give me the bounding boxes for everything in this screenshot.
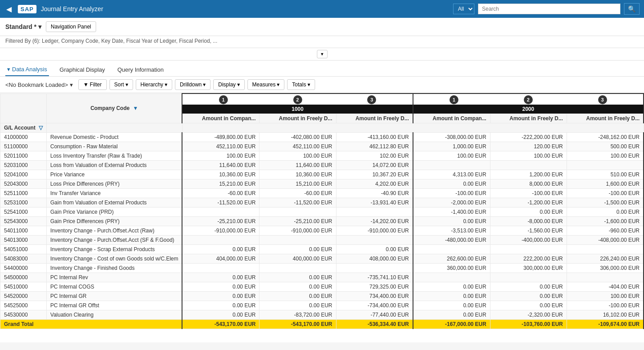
collapse-button[interactable]: ▾ [317,50,328,58]
toolbar: Standard * ▾ Navigation Panel [0,18,644,36]
cell-amount: 0.00 EUR [490,208,567,217]
cell-company: Price Variance [47,170,182,179]
cell-amount: -11,520.00 EUR [259,198,336,208]
group-2000-indicators: 1 2 3 [413,94,644,105]
search-input[interactable] [478,4,620,14]
table-row: 52511000Inv Transfer Variance-60.00 EUR-… [0,189,644,198]
cell-amount: 0.00 EUR [259,273,336,282]
table-row: 52043000Loss Price Differences (PRY)15,2… [0,179,644,189]
drilldown-button[interactable]: Drilldown ▾ [175,79,211,90]
cell-amount: 0.00 EUR [490,282,567,292]
cell-amount: -248,162.00 EUR [567,133,644,142]
cell-gl: 52041000 [0,170,47,179]
group-header-2000: 2000 [413,105,644,114]
cell-amount [490,245,567,254]
cell-amount: -100.00 EUR [567,189,644,198]
back-button[interactable]: ◀ [4,3,13,15]
cell-amount: 100.00 EUR [490,151,567,161]
sort-chevron-icon: ▾ [126,81,128,88]
data-table-container[interactable]: Company Code ▼ 1 2 3 1 2 3 [0,93,644,342]
tab-data-analysis[interactable]: ▾ Data Analysis [5,63,49,76]
table-row: 52011000Loss Inventory Transfer (Raw & T… [0,151,644,161]
view-name-label[interactable]: Standard * ▾ [5,23,41,30]
cell-amount: -489,800.00 EUR [182,133,259,142]
cell-amount: 0.00 EUR [182,292,259,301]
cell-amount [336,208,413,217]
cell-company: Valuation Clearing [47,310,182,320]
grand-total-amount: -543,170.00 EUR [182,320,259,329]
cell-amount: 0.00 EUR [182,282,259,292]
hierarchy-chevron-icon: ▾ [165,81,167,88]
cell-amount: -413,160.00 EUR [336,133,413,142]
header-bar: ◀ SAP Journal Entry Analyzer All 🔍 [0,0,644,18]
cell-amount: 100.00 EUR [259,151,336,161]
cell-amount: 120.00 EUR [490,142,567,151]
cell-amount: -308,000.00 EUR [413,133,490,142]
col-header-company-code: Company Code ▼ [47,94,182,123]
cell-amount: 0.00 EUR [259,282,336,292]
cell-amount: 0.00 EUR [490,301,567,310]
cell-amount: -960.00 EUR [567,226,644,236]
cell-amount: 734,400.00 EUR [336,292,413,301]
bookmark-selector[interactable]: <No Bookmark Loaded> ▾ [5,81,73,88]
totals-button[interactable]: Totals ▾ [287,79,315,90]
cell-gl: 54510000 [0,282,47,292]
cell-amount: 0.00 EUR [259,245,336,254]
table-row: 54500000PC Internal Rev0.00 EUR0.00 EUR-… [0,273,644,282]
cell-amount: 0.00 EUR [182,310,259,320]
cell-amount [259,264,336,273]
cell-amount: 14,072.00 EUR [336,161,413,170]
search-scope-select[interactable]: All [453,4,474,14]
table-row: 52531000Gain from Valuation of External … [0,198,644,208]
cell-amount: 0.00 EUR [413,282,490,292]
hierarchy-button[interactable]: Hierarchy ▾ [136,79,172,90]
cell-amount: -100.00 EUR [490,189,567,198]
cell-amount: 10,367.20 EUR [336,170,413,179]
cell-amount: 462,112.80 EUR [336,142,413,151]
grand-total-amount: -167,000.00 EUR [413,320,490,329]
cell-amount: 0.00 EUR [567,208,644,217]
cell-gl: 54400000 [0,264,47,273]
sort-button[interactable]: Sort ▾ [109,79,133,90]
cell-company: Loss Price Differences (PRY) [47,179,182,189]
cell-amount: 404,000.00 EUR [182,254,259,264]
filter-button[interactable]: ▼ Filter [78,79,107,90]
col-header-empty [0,94,47,123]
cell-amount: 0.00 EUR [490,292,567,301]
table-row: 54520000PC Internal GR0.00 EUR0.00 EUR73… [0,292,644,301]
cell-gl: 54530000 [0,310,47,320]
group-header-1000: 1000 [182,105,413,114]
tab-query-information[interactable]: Query Information [116,64,166,76]
cell-company: Inventory Change - Purch.Offset.Acct (Ra… [47,226,182,236]
display-button[interactable]: Display ▾ [213,79,244,90]
cell-amount: 510.00 EUR [567,170,644,179]
table-row: 54525000PC Internal GR Offst0.00 EUR0.00… [0,301,644,310]
cell-amount: -11,520.00 EUR [182,198,259,208]
tab-graphical-display[interactable]: Graphical Display [58,64,107,76]
cell-amount [336,264,413,273]
group-1000-indicators: 1 2 3 [182,94,413,105]
navigation-panel-button[interactable]: Navigation Panel [46,21,96,32]
cell-amount [259,208,336,217]
col-header-gl: G/L Account ▽ [0,123,47,133]
cell-amount: -910,000.00 EUR [259,226,336,236]
cell-amount: 1,200.00 EUR [490,170,567,179]
cell-amount: -3,513.00 EUR [413,226,490,236]
cell-amount: 306,000.00 EUR [567,264,644,273]
table-row: 54051000Inventory Change - Scrap Externa… [0,245,644,254]
cell-gl: 54500000 [0,273,47,282]
cell-gl: 41000000 [0,133,47,142]
cell-amount: 11,640.00 EUR [182,161,259,170]
cell-amount: 0.00 EUR [336,245,413,254]
cell-amount: -222,200.00 EUR [490,133,567,142]
cell-amount: -480,000.00 EUR [413,236,490,245]
cell-amount: 100.00 EUR [567,292,644,301]
cell-gl: 52043000 [0,179,47,189]
table-row: 52031000Loss from Valuation of External … [0,161,644,170]
grand-total-amount: -543,170.00 EUR [259,320,336,329]
table-row: 54011000Inventory Change - Purch.Offset.… [0,226,644,236]
measures-button[interactable]: Measures ▾ [247,79,285,90]
search-button[interactable]: 🔍 [624,3,640,15]
cell-amount: -60.00 EUR [259,189,336,198]
cell-amount: -100.00 EUR [413,189,490,198]
